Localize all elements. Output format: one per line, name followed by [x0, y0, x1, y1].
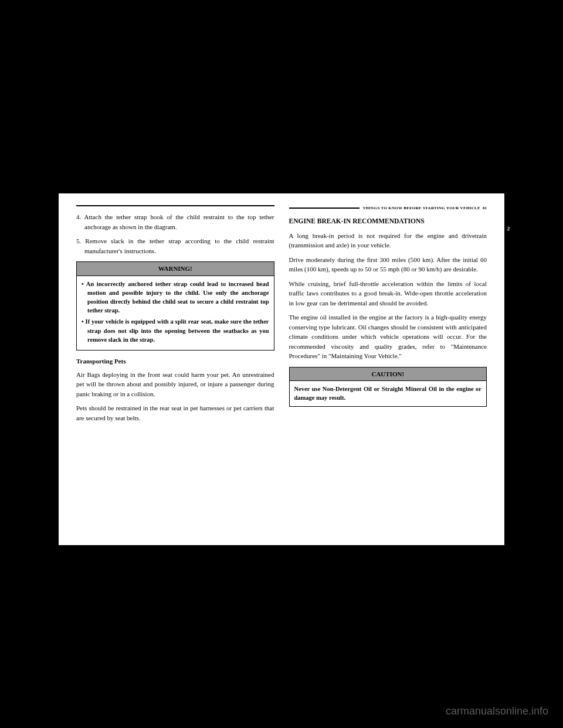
- section-heading: ENGINE BREAK-IN RECOMMENDATIONS: [289, 216, 487, 226]
- section-tab: 2: [504, 222, 513, 236]
- header-rule-right: [289, 207, 359, 209]
- page-number: 81: [483, 205, 487, 212]
- list-item: 5. Remove slack in the tether strap acco…: [76, 236, 274, 256]
- list-item: 4. Attach the tether strap hook of the c…: [76, 212, 274, 232]
- body-paragraph: Pets should be restrained in the rear se…: [76, 403, 274, 423]
- body-paragraph: Air Bags deploying in the front seat cou…: [76, 370, 274, 399]
- warning-item: • If your vehicle is equipped with a spl…: [82, 317, 269, 344]
- watermark-text: carmanualsonline.info: [446, 705, 548, 717]
- page-header: THINGS TO KNOW BEFORE STARTING YOUR VEHI…: [289, 205, 487, 212]
- right-column: THINGS TO KNOW BEFORE STARTING YOUR VEHI…: [289, 205, 487, 533]
- body-paragraph: While cruising, brief full-throttle acce…: [289, 279, 487, 308]
- body-paragraph: The engine oil installed in the engine a…: [289, 312, 487, 361]
- warning-item: • An incorrectly anchored tether strap c…: [82, 280, 269, 315]
- warning-body: • An incorrectly anchored tether strap c…: [77, 276, 274, 351]
- caution-box: CAUTION! Never use Non-Detergent Oil or …: [289, 367, 487, 407]
- warning-box: WARNING! • An incorrectly anchored tethe…: [76, 261, 274, 351]
- left-column: 4. Attach the tether strap hook of the c…: [76, 205, 274, 533]
- body-paragraph: Drive moderately during the first 300 mi…: [289, 255, 487, 274]
- caution-body: Never use Non-Detergent Oil or Straight …: [290, 381, 487, 406]
- manual-page: 2 4. Attach the tether strap hook of the…: [59, 193, 504, 545]
- section-title: THINGS TO KNOW BEFORE STARTING YOUR VEHI…: [363, 205, 480, 212]
- subheading: Transporting Pets: [76, 356, 274, 366]
- header-rule-left: [76, 205, 274, 206]
- body-paragraph: A long break-in period is not required f…: [289, 231, 487, 250]
- caution-title: CAUTION!: [290, 368, 487, 382]
- warning-title: WARNING!: [77, 262, 274, 276]
- instruction-list: 4. Attach the tether strap hook of the c…: [76, 212, 274, 256]
